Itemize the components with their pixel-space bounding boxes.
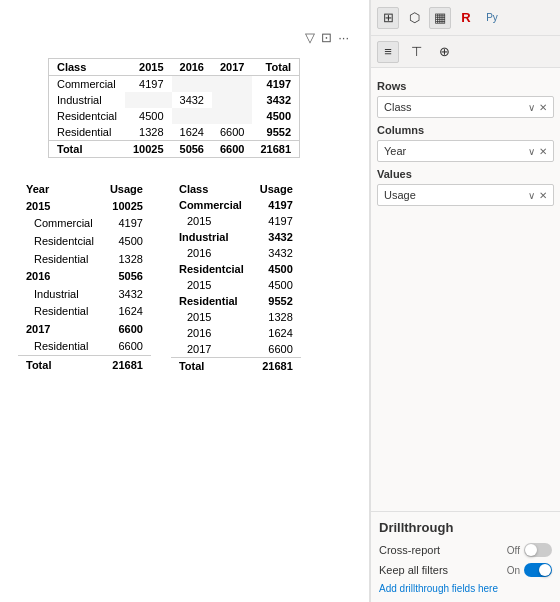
rows-field-pill[interactable]: Class ∨ ✕ <box>377 96 554 118</box>
table-row: 2016 3432 <box>171 245 301 261</box>
cell-val: 1328 <box>125 124 172 141</box>
col-2015: 2015 <box>125 59 172 76</box>
funnel-icon[interactable]: ⬡ <box>403 7 425 29</box>
cell-class: Industrial <box>171 229 252 245</box>
cell-class: Commercial <box>171 197 252 213</box>
cell-grand-total: 21681 <box>252 141 299 158</box>
main-table: Class 2015 2016 2017 Total Commercial 41… <box>49 59 299 157</box>
values-field-actions: ∨ ✕ <box>528 190 547 201</box>
py-icon[interactable]: Py <box>481 7 503 29</box>
sub-col-year: Year <box>18 181 102 197</box>
cell-class: Residential <box>18 250 102 268</box>
cell-empty <box>172 76 212 93</box>
cell-val: 4500 <box>125 108 172 124</box>
cell-total: 4500 <box>252 108 299 124</box>
add-drillthrough-label[interactable]: Add drillthrough fields here <box>379 583 552 594</box>
chevron-down-icon[interactable]: ∨ <box>528 190 535 201</box>
cell-val: 3432 <box>172 92 212 108</box>
grid-icon[interactable]: ⊞ <box>377 7 399 29</box>
group-row: Industrial 3432 <box>171 229 301 245</box>
cell-usage: 4500 <box>252 261 301 277</box>
cell-total: 9552 <box>252 124 299 141</box>
right-panel: ⊞ ⬡ ▦ R Py ≡ ⊤ ⊕ Rows Class ∨ ✕ Columns … <box>370 0 560 602</box>
sub-total-row: Total 21681 <box>18 356 151 374</box>
rows-field-label: Class <box>384 101 412 113</box>
group-row: 2017 6600 <box>18 320 151 338</box>
table-icon[interactable]: ▦ <box>429 7 451 29</box>
cell-usage: 4500 <box>252 277 301 293</box>
group-row: 2016 5056 <box>18 267 151 285</box>
cross-report-toggle-thumb <box>525 544 537 556</box>
table-row: 2015 4197 <box>171 213 301 229</box>
rows-field-actions: ∨ ✕ <box>528 102 547 113</box>
keep-filters-toggle[interactable]: On <box>507 563 552 577</box>
close-icon[interactable]: ✕ <box>539 190 547 201</box>
table-total-row: Total 10025 5056 6600 21681 <box>49 141 299 158</box>
columns-field-label: Year <box>384 145 406 157</box>
group-row: 2015 10025 <box>18 197 151 215</box>
cell-class: Residentcial <box>49 108 125 124</box>
group-row: Commercial 4197 <box>171 197 301 213</box>
cell-val: 6600 <box>212 124 252 141</box>
filter-icon[interactable]: ▽ <box>305 30 315 45</box>
keep-filters-state: On <box>507 565 520 576</box>
chevron-down-icon[interactable]: ∨ <box>528 102 535 113</box>
group-row: Residentcial 4500 <box>171 261 301 277</box>
col-2017: 2017 <box>212 59 252 76</box>
cell-empty <box>172 108 212 124</box>
keep-filters-toggle-track[interactable] <box>524 563 552 577</box>
drillthrough-title: Drillthrough <box>379 520 552 535</box>
cell-usage: 4197 <box>102 215 151 233</box>
search-icon[interactable]: ⊕ <box>433 41 455 63</box>
cell-class: Residential <box>18 302 102 320</box>
cell-empty <box>125 92 172 108</box>
cell-empty <box>212 108 252 124</box>
cell-year: 2015 <box>171 213 252 229</box>
cell-class: Industrial <box>49 92 125 108</box>
cell-usage: 3432 <box>252 229 301 245</box>
cell-usage: 1624 <box>252 325 301 341</box>
keep-filters-toggle-thumb <box>539 564 551 576</box>
top-toolbar: ⊞ ⬡ ▦ R Py <box>371 0 560 36</box>
sub-total-row: Total 21681 <box>171 358 301 375</box>
cell-total-label: Total <box>49 141 125 158</box>
cell-val: 6600 <box>212 141 252 158</box>
more-icon[interactable]: ··· <box>338 30 349 45</box>
drillthrough-section: Drillthrough Cross-report Off Keep all f… <box>371 511 560 602</box>
cell-usage: 6600 <box>102 338 151 356</box>
cell-class: Residential <box>18 338 102 356</box>
cross-report-toggle-track[interactable] <box>524 543 552 557</box>
values-field-label: Usage <box>384 189 416 201</box>
filter2-icon[interactable]: ⊤ <box>405 41 427 63</box>
cell-year: 2016 <box>171 325 252 341</box>
close-icon[interactable]: ✕ <box>539 102 547 113</box>
close-icon[interactable]: ✕ <box>539 146 547 157</box>
cross-report-row: Cross-report Off <box>379 543 552 557</box>
cell-year: 2017 <box>171 341 252 358</box>
table-row: Residential 1328 1624 6600 9552 <box>49 124 299 141</box>
rows-icon[interactable]: ≡ <box>377 41 399 63</box>
r-icon[interactable]: R <box>455 7 477 29</box>
cell-usage: 1624 <box>102 302 151 320</box>
cell-total-label: Total <box>171 358 252 375</box>
cell-class: Residentcial <box>171 261 252 277</box>
cell-usage: 10025 <box>102 197 151 215</box>
cell-total-val: 21681 <box>102 356 151 374</box>
table-row: Residentcial 4500 4500 <box>49 108 299 124</box>
table-icons: ▽ ⊡ ··· <box>305 30 349 45</box>
cell-year: 2017 <box>18 320 102 338</box>
cell-usage: 6600 <box>102 320 151 338</box>
chevron-down-icon[interactable]: ∨ <box>528 146 535 157</box>
cell-total: 3432 <box>252 92 299 108</box>
values-field-pill[interactable]: Usage ∨ ✕ <box>377 184 554 206</box>
cell-class: Residentcial <box>18 232 102 250</box>
sub-col-class: Class <box>171 181 252 197</box>
expand-icon[interactable]: ⊡ <box>321 30 332 45</box>
class-usage-table: Class Usage Commercial 4197 2015 4197 In… <box>171 181 301 374</box>
cell-empty <box>212 92 252 108</box>
columns-field-pill[interactable]: Year ∨ ✕ <box>377 140 554 162</box>
table-row: Industrial 3432 <box>18 285 151 303</box>
cell-class: Commercial <box>18 215 102 233</box>
cross-report-toggle[interactable]: Off <box>507 543 552 557</box>
table-row: Residential 6600 <box>18 338 151 356</box>
